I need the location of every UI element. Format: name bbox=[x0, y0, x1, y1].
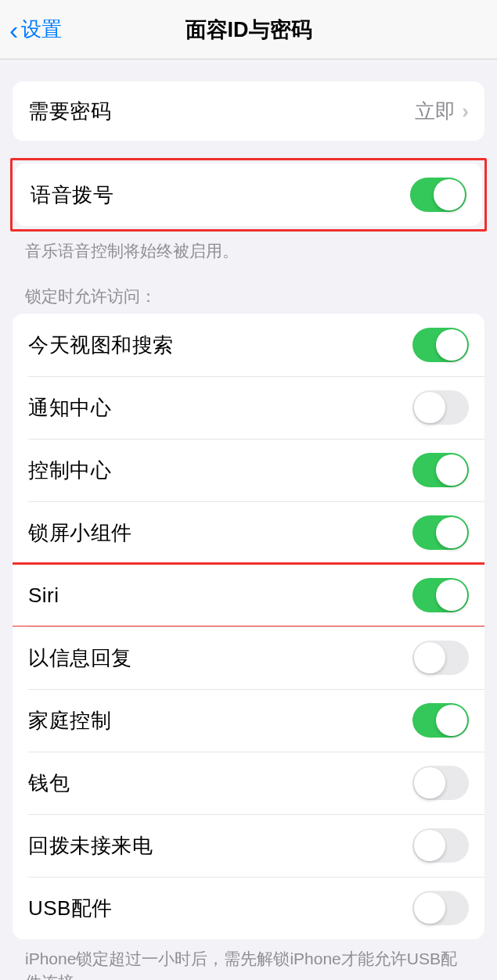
back-label: 设置 bbox=[21, 16, 62, 43]
row-label: 钱包 bbox=[28, 770, 70, 797]
row-label: 需要密码 bbox=[28, 98, 111, 125]
row-value: 立即 bbox=[415, 98, 456, 125]
lock-toggle[interactable] bbox=[412, 766, 469, 800]
row-label: 回拨未接来电 bbox=[28, 832, 153, 860]
lock-section-footer: iPhone锁定超过一小时后，需先解锁iPhone才能允许USB配件连接。 bbox=[0, 939, 497, 980]
row-value-wrap: 立即 › bbox=[415, 98, 469, 125]
passcode-group: 需要密码 立即 › bbox=[13, 81, 484, 141]
lock-row: 通知中心 bbox=[13, 376, 484, 439]
lock-row: 回拨未接来电 bbox=[13, 814, 484, 877]
chevron-right-icon: › bbox=[462, 99, 469, 124]
lock-toggle[interactable] bbox=[412, 578, 469, 612]
toggle-knob bbox=[436, 454, 467, 486]
voice-dial-row: 语音拨号 bbox=[15, 163, 482, 226]
toggle-knob bbox=[436, 580, 467, 611]
lock-toggle[interactable] bbox=[412, 453, 469, 487]
lock-row: 钱包 bbox=[13, 752, 484, 814]
nav-header: ‹ 设置 面容ID与密码 bbox=[0, 0, 497, 59]
content: 需要密码 立即 › 语音拨号 音乐语音控制将始终被启用。 锁定时允许访问： 今天… bbox=[0, 81, 497, 980]
lock-toggle[interactable] bbox=[412, 328, 469, 362]
row-label: 控制中心 bbox=[28, 457, 111, 484]
lock-toggle[interactable] bbox=[412, 703, 469, 738]
lock-row: Siri bbox=[13, 564, 484, 626]
row-label: 家庭控制 bbox=[28, 707, 111, 734]
lock-toggle[interactable] bbox=[412, 390, 469, 425]
voice-dial-toggle[interactable] bbox=[410, 178, 466, 212]
require-passcode-row[interactable]: 需要密码 立即 › bbox=[13, 81, 484, 141]
row-label: Siri bbox=[28, 583, 59, 608]
voice-dial-group: 语音拨号 bbox=[15, 163, 482, 226]
lock-toggle[interactable] bbox=[412, 891, 469, 925]
lock-row: 今天视图和搜索 bbox=[13, 314, 484, 376]
row-label: 今天视图和搜索 bbox=[28, 332, 174, 359]
lock-row: 家庭控制 bbox=[13, 689, 484, 752]
page-title: 面容ID与密码 bbox=[185, 16, 312, 44]
lock-toggle[interactable] bbox=[412, 828, 469, 863]
row-label: 以信息回复 bbox=[28, 644, 132, 672]
lock-toggle[interactable] bbox=[412, 515, 469, 550]
lock-section-header: 锁定时允许访问： bbox=[0, 262, 497, 314]
lock-row: 控制中心 bbox=[13, 439, 484, 501]
toggle-knob bbox=[414, 642, 445, 673]
toggle-knob bbox=[414, 892, 445, 924]
lock-row: 锁屏小组件 bbox=[13, 501, 484, 564]
lock-toggle[interactable] bbox=[412, 641, 469, 675]
lock-row: 以信息回复 bbox=[13, 626, 484, 689]
row-label: 锁屏小组件 bbox=[28, 519, 132, 547]
back-button[interactable]: ‹ 设置 bbox=[9, 16, 62, 43]
lock-access-group: 今天视图和搜索通知中心控制中心锁屏小组件Siri以信息回复家庭控制钱包回拨未接来… bbox=[13, 314, 484, 939]
toggle-knob bbox=[436, 705, 467, 736]
row-label: 语音拨号 bbox=[31, 181, 113, 209]
toggle-knob bbox=[414, 767, 445, 799]
lock-row: USB配件 bbox=[13, 877, 484, 939]
row-label: 通知中心 bbox=[28, 394, 111, 422]
voice-dial-footer: 音乐语音控制将始终被启用。 bbox=[0, 232, 497, 262]
chevron-left-icon: ‹ bbox=[9, 16, 18, 43]
row-label: USB配件 bbox=[28, 895, 113, 922]
toggle-knob bbox=[434, 179, 465, 210]
toggle-knob bbox=[436, 329, 467, 361]
voice-dial-highlight: 语音拨号 bbox=[10, 158, 487, 232]
toggle-knob bbox=[414, 392, 445, 423]
toggle-knob bbox=[436, 517, 467, 548]
toggle-knob bbox=[414, 830, 445, 861]
